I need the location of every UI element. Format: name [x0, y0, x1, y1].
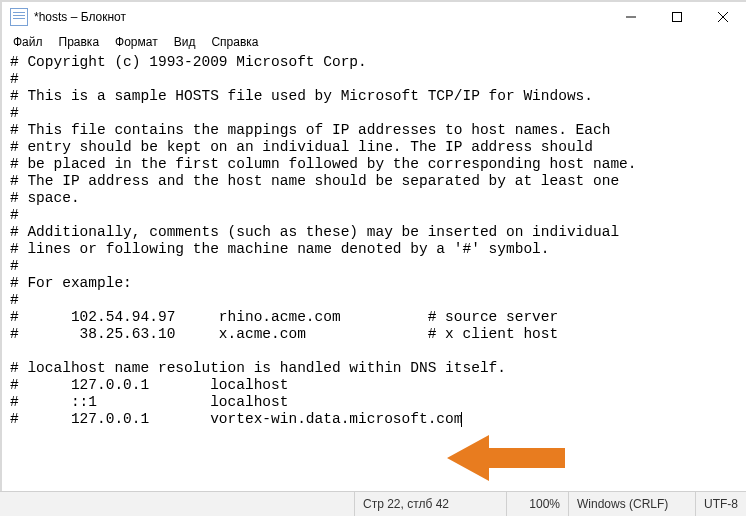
status-line-ending: Windows (CRLF) [569, 492, 696, 516]
status-position: Стр 22, стлб 42 [355, 492, 507, 516]
svg-marker-4 [447, 435, 565, 481]
status-spacer [1, 492, 355, 516]
status-encoding: UTF-8 [696, 492, 746, 516]
title-bar: *hosts – Блокнот [2, 2, 746, 32]
status-bar: Стр 22, стлб 42 100% Windows (CRLF) UTF-… [1, 491, 746, 516]
maximize-button[interactable] [654, 2, 700, 32]
menu-help[interactable]: Справка [204, 33, 265, 51]
notepad-icon [10, 8, 28, 26]
status-zoom[interactable]: 100% [507, 492, 569, 516]
menu-edit[interactable]: Правка [52, 33, 107, 51]
text-caret [461, 412, 462, 427]
text-editor[interactable]: # Copyright (c) 1993-2009 Microsoft Corp… [2, 52, 746, 486]
svg-rect-1 [673, 13, 682, 22]
menu-format[interactable]: Формат [108, 33, 165, 51]
annotation-arrow-icon [447, 430, 567, 486]
menu-file[interactable]: Файл [6, 33, 50, 51]
close-button[interactable] [700, 2, 746, 32]
menu-bar: Файл Правка Формат Вид Справка [2, 32, 746, 52]
editor-content: # Copyright (c) 1993-2009 Microsoft Corp… [10, 54, 637, 427]
minimize-button[interactable] [608, 2, 654, 32]
menu-view[interactable]: Вид [167, 33, 203, 51]
window-title: *hosts – Блокнот [34, 10, 126, 24]
